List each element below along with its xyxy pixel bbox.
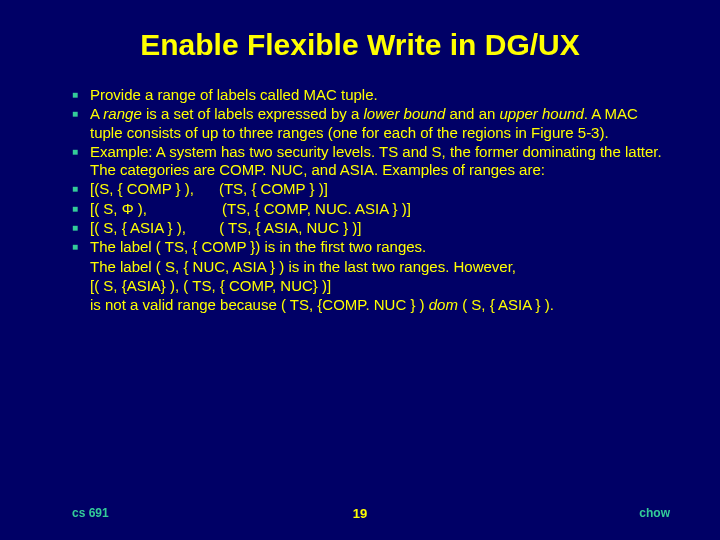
- bullet-icon: ■: [72, 105, 90, 120]
- list-item-text: [( S, Φ ), (TS, { COMP, NUC. ASIA } )]: [90, 200, 670, 218]
- list-item: ■[(S, { COMP } ), (TS, { COMP } )]: [72, 180, 670, 198]
- bullet-icon: ■: [72, 86, 90, 101]
- list-item: ■The label ( TS, { COMP }) is in the fir…: [72, 238, 670, 256]
- list-item: is not a valid range because ( TS, {COMP…: [72, 296, 670, 314]
- list-item-text: [( S, { ASIA } ), ( TS, { ASIA, NUC } )]: [90, 219, 670, 237]
- list-item: The label ( S, { NUC, ASIA } ) is in the…: [72, 258, 670, 276]
- bullet-icon: ■: [72, 143, 90, 158]
- bullet-icon: ■: [72, 219, 90, 234]
- list-item: ■Provide a range of labels called MAC tu…: [72, 86, 670, 104]
- bullet-icon: ■: [72, 238, 90, 253]
- bullet-icon: ■: [72, 200, 90, 215]
- list-item-text: The label ( TS, { COMP }) is in the firs…: [90, 238, 670, 256]
- list-item-text: The label ( S, { NUC, ASIA } ) is in the…: [90, 258, 670, 276]
- slide-footer: cs 691 19 chow: [0, 506, 720, 520]
- list-item: ■A range is a set of labels expressed by…: [72, 105, 670, 142]
- list-item-text: is not a valid range because ( TS, {COMP…: [90, 296, 670, 314]
- slide: Enable Flexible Write in DG/UX ■Provide …: [0, 0, 720, 540]
- footer-right: chow: [639, 506, 670, 520]
- list-item: ■Example: A system has two security leve…: [72, 143, 670, 180]
- list-item-text: Example: A system has two security level…: [90, 143, 670, 180]
- list-item: [( S, {ASIA} ), ( TS, { COMP, NUC} )]: [72, 277, 670, 295]
- slide-body: ■Provide a range of labels called MAC tu…: [50, 86, 670, 315]
- list-item: ■[( S, Φ ), (TS, { COMP, NUC. ASIA } )]: [72, 200, 670, 218]
- footer-left: cs 691: [72, 506, 109, 520]
- list-item-text: [(S, { COMP } ), (TS, { COMP } )]: [90, 180, 670, 198]
- list-item-text: A range is a set of labels expressed by …: [90, 105, 670, 142]
- list-item-text: Provide a range of labels called MAC tup…: [90, 86, 670, 104]
- bullet-icon: ■: [72, 180, 90, 195]
- slide-title: Enable Flexible Write in DG/UX: [50, 28, 670, 62]
- list-item: ■[( S, { ASIA } ), ( TS, { ASIA, NUC } )…: [72, 219, 670, 237]
- list-item-text: [( S, {ASIA} ), ( TS, { COMP, NUC} )]: [90, 277, 670, 295]
